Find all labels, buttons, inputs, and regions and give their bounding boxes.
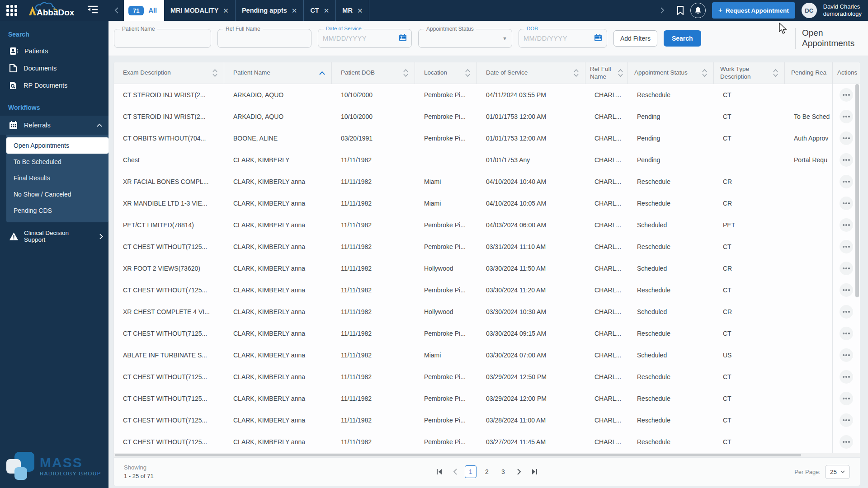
tabs-scroll-left-icon[interactable]	[108, 0, 124, 21]
sidebar-item-patients[interactable]: Patients	[0, 42, 108, 60]
sort-icon[interactable]	[773, 69, 778, 77]
row-actions-button[interactable]	[840, 392, 853, 405]
table-row[interactable]: XR FOOT 2 VIEWS(73620) CLARK, KIMBERLY a…	[114, 258, 860, 279]
tab-mr[interactable]: MR✕	[336, 0, 369, 21]
close-tab-icon[interactable]: ✕	[292, 7, 297, 14]
row-actions-button[interactable]	[840, 262, 853, 275]
table-row[interactable]: CT CHEST WITHOUT(7125... CLARK, KIMBERLY…	[114, 366, 860, 388]
table-row[interactable]: CT CHEST WITHOUT(7125... CLARK, KIMBERLY…	[114, 236, 860, 258]
row-actions-button[interactable]	[840, 218, 853, 232]
row-actions-button[interactable]	[840, 153, 853, 167]
tab-all[interactable]: 71 All	[124, 0, 164, 21]
row-actions-button[interactable]	[840, 110, 853, 123]
last-page-button[interactable]	[529, 466, 540, 477]
table-row[interactable]: PET/CT LIMITED(78814) CLARK, KIMBERLY an…	[114, 214, 860, 236]
add-filters-button[interactable]: Add Filters	[613, 30, 657, 47]
table-row[interactable]: ABLATE INF TURBINATE S... CLARK, KIMBERL…	[114, 344, 860, 366]
search-button[interactable]: Search	[664, 30, 701, 47]
close-tab-icon[interactable]: ✕	[357, 7, 363, 14]
calendar-icon[interactable]	[399, 33, 407, 43]
table-row[interactable]: XR FACIAL BONES COMPL... CLARK, KIMBERLY…	[114, 171, 860, 192]
date-of-service-field[interactable]: Date of Service	[318, 29, 412, 48]
appointment-status-field[interactable]: Appointment Status ▼	[418, 29, 512, 48]
sort-icon[interactable]	[618, 69, 623, 77]
ref-full-name-field[interactable]: Ref Full Name	[217, 29, 311, 48]
table-row[interactable]: CT CHEST WITHOUT(7125... CLARK, KIMBERLY…	[114, 323, 860, 344]
sort-icon[interactable]	[702, 69, 707, 77]
column-header-location[interactable]: Location	[415, 62, 477, 84]
sort-icon[interactable]	[212, 69, 217, 77]
user-avatar[interactable]: DC	[802, 3, 817, 18]
row-actions-button[interactable]	[840, 327, 853, 340]
patient-name-field[interactable]: Patient Name	[114, 29, 211, 48]
sidebar-item-no-show-canceled[interactable]: No Show / Canceled	[6, 186, 108, 202]
row-actions-button[interactable]	[840, 175, 853, 188]
column-header-date-of-service[interactable]: Date of Service	[477, 62, 585, 84]
tab-pending-appts[interactable]: Pending appts✕	[236, 0, 304, 21]
notifications-bell-icon[interactable]	[690, 3, 706, 18]
page-button-2[interactable]: 2	[481, 465, 493, 478]
request-appointment-button[interactable]: + Request Appointment	[712, 2, 795, 19]
row-actions-button[interactable]	[840, 348, 853, 362]
table-row[interactable]: XR MANDIBLE LTD 1-3 VIE... CLARK, KIMBER…	[114, 192, 860, 214]
bookmark-icon[interactable]	[677, 6, 684, 15]
tabs-scroll-right-icon[interactable]	[655, 7, 670, 14]
collapse-sidebar-icon[interactable]	[87, 5, 99, 16]
dob-field[interactable]: DOB	[519, 29, 607, 48]
dob-input[interactable]	[524, 35, 592, 42]
row-actions-button[interactable]	[840, 413, 853, 427]
sidebar-item-open-appointments[interactable]: Open Appointments	[6, 137, 108, 154]
table-row[interactable]: CT STEROID INJ WRIST(2... ARKADIO, AQUO …	[114, 84, 860, 106]
table-row[interactable]: XR CHEST COMPLETE 4 VI... CLARK, KIMBERL…	[114, 301, 860, 323]
page-button-3[interactable]: 3	[497, 465, 509, 478]
close-tab-icon[interactable]: ✕	[324, 7, 330, 14]
sort-icon[interactable]	[574, 69, 579, 77]
vertical-scrollbar[interactable]	[855, 84, 859, 452]
next-page-button[interactable]	[514, 466, 524, 477]
row-actions-button[interactable]	[840, 435, 853, 449]
column-header-pending-reason[interactable]: Pending Rea	[785, 62, 833, 84]
row-actions-button[interactable]	[840, 370, 853, 384]
sidebar-item-pending-cds[interactable]: Pending CDS	[6, 202, 108, 219]
first-page-button[interactable]	[434, 466, 445, 477]
date-of-service-input[interactable]	[323, 35, 397, 42]
row-actions-button[interactable]	[840, 240, 853, 253]
calendar-icon[interactable]	[594, 33, 602, 43]
table-row[interactable]: CT STEROID INJ WRIST(2... ARKADIO, AQUO …	[114, 106, 860, 127]
column-header-patient-dob[interactable]: Patient DOB	[332, 62, 415, 84]
column-header-ref-full-name[interactable]: Ref Full Name	[585, 62, 628, 84]
apps-grid-icon[interactable]	[6, 5, 17, 16]
table-row[interactable]: Chest CLARK, KIMBERLY 11/11/1982 01/01/1…	[114, 149, 860, 171]
sidebar-item-documents[interactable]: Documents	[0, 60, 108, 77]
table-row[interactable]: CT ORBITS WITHOUT(704... BOONE, ALINE 03…	[114, 127, 860, 149]
column-header-work-type-description[interactable]: Work Type Description	[714, 62, 785, 84]
sidebar-item-final-results[interactable]: Final Results	[6, 170, 108, 186]
table-row[interactable]: CT CHEST WITHOUT(7125... CLARK, KIMBERLY…	[114, 388, 860, 409]
close-tab-icon[interactable]: ✕	[223, 7, 229, 14]
dropdown-arrow-icon[interactable]: ▼	[502, 36, 507, 41]
page-button-1[interactable]: 1	[465, 465, 476, 478]
abbadox-logo[interactable]: AbbaDox	[24, 2, 79, 19]
table-row[interactable]: CT CHEST WITHOUT(7125... CLARK, KIMBERLY…	[114, 279, 860, 301]
row-actions-button[interactable]	[840, 131, 853, 145]
patient-name-input[interactable]	[119, 35, 206, 42]
sort-icon[interactable]	[403, 69, 408, 77]
table-row[interactable]: CT CHEST WITHOUT(7125... CLARK, KIMBERLY…	[114, 431, 860, 453]
sort-ascending-icon[interactable]	[319, 71, 325, 75]
column-header-exam-description[interactable]: Exam Description	[114, 62, 224, 84]
sort-icon[interactable]	[465, 69, 470, 77]
ref-full-name-input[interactable]	[222, 35, 307, 42]
tab-mri-modality[interactable]: MRI MODALITY✕	[164, 0, 236, 21]
previous-page-button[interactable]	[449, 466, 460, 477]
sidebar-item-clinical-decision-support[interactable]: Clinical Decision Support	[0, 222, 108, 250]
tab-ct[interactable]: CT✕	[304, 0, 336, 21]
column-header-patient-name[interactable]: Patient Name	[224, 62, 332, 84]
table-row[interactable]: CT CHEST WITHOUT(7125... CLARK, KIMBERLY…	[114, 409, 860, 431]
row-actions-button[interactable]	[840, 88, 853, 102]
user-info[interactable]: David Charles demoradiology	[823, 3, 862, 18]
row-actions-button[interactable]	[840, 283, 853, 297]
sidebar-item-referrals[interactable]: Referrals	[0, 116, 108, 135]
row-actions-button[interactable]	[840, 305, 853, 319]
column-header-appointment-status[interactable]: Appointment Status	[628, 62, 714, 84]
horizontal-scrollbar[interactable]	[114, 453, 860, 457]
